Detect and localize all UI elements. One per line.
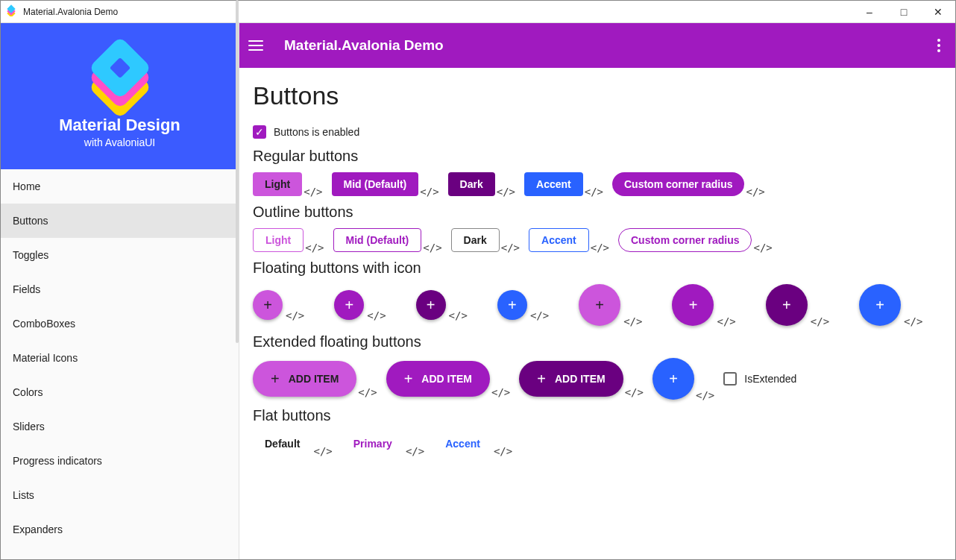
- plus-icon: +: [689, 298, 698, 312]
- ext-fab-collapsed-accent[interactable]: +: [652, 358, 694, 400]
- outline-button-accent[interactable]: Accent: [529, 228, 589, 252]
- sidebar-item-material-icons[interactable]: Material Icons: [1, 341, 239, 375]
- code-icon[interactable]: </>: [591, 242, 609, 254]
- fab-accent[interactable]: +: [497, 290, 527, 320]
- sidebar-item-toggles[interactable]: Toggles: [1, 238, 239, 272]
- sidebar-item-expanders[interactable]: Expanders: [1, 512, 239, 547]
- plus-icon: +: [595, 298, 604, 312]
- code-icon[interactable]: </>: [305, 242, 324, 254]
- plus-icon: +: [782, 298, 791, 312]
- logo: [90, 45, 150, 105]
- ext-fab-light[interactable]: +ADD ITEM: [253, 361, 356, 397]
- app-window: Material.Avalonia Demo – □ ✕ Material De…: [0, 0, 956, 560]
- sidebar-item-lists[interactable]: Lists: [1, 478, 239, 512]
- plus-icon: +: [404, 371, 413, 386]
- section-floating: Floating buttons with icon: [253, 259, 942, 277]
- enable-checkbox-label: Buttons is enabled: [274, 126, 359, 138]
- code-icon[interactable]: </>: [623, 315, 642, 327]
- sidebar-subtitle: with AvaloniaUI: [8, 136, 231, 148]
- flat-button-accent[interactable]: Accent: [433, 432, 492, 456]
- maximize-button[interactable]: □: [887, 1, 921, 23]
- code-icon[interactable]: </>: [811, 315, 829, 327]
- flat-button-primary[interactable]: Primary: [342, 432, 404, 456]
- section-outline: Outline buttons: [253, 204, 942, 221]
- app-icon: [7, 4, 19, 19]
- code-icon[interactable]: </>: [420, 186, 438, 198]
- window-title: Material.Avalonia Demo: [23, 7, 118, 17]
- code-icon[interactable]: </>: [717, 315, 735, 327]
- checkbox-checked-icon[interactable]: ✓: [253, 125, 266, 139]
- appbar-title: Material.Avalonia Demo: [284, 37, 444, 54]
- plus-icon: +: [537, 371, 546, 386]
- code-icon[interactable]: </>: [423, 242, 441, 254]
- code-icon[interactable]: </>: [696, 389, 714, 401]
- main-area: Material.Avalonia Demo Buttons ✓ Buttons…: [239, 23, 955, 559]
- code-icon[interactable]: </>: [449, 309, 468, 321]
- is-extended-checkbox[interactable]: IsExtended: [723, 372, 796, 386]
- plus-icon: +: [508, 298, 517, 312]
- button-accent[interactable]: Accent: [524, 172, 583, 196]
- fab-big-accent[interactable]: +: [859, 284, 901, 326]
- flat-button-default[interactable]: Default: [253, 432, 312, 456]
- plus-icon: +: [345, 298, 353, 312]
- code-icon[interactable]: </>: [753, 242, 772, 254]
- sidebar-item-fields[interactable]: Fields: [1, 272, 239, 306]
- code-icon[interactable]: </>: [406, 445, 424, 457]
- ext-fab-dark[interactable]: +ADD ITEM: [519, 361, 623, 397]
- plus-icon: +: [875, 298, 884, 312]
- button-mid[interactable]: Mid (Default): [332, 172, 419, 196]
- sidebar-item-colors[interactable]: Colors: [1, 375, 239, 409]
- code-icon[interactable]: </>: [313, 445, 332, 457]
- sidebar-item-buttons[interactable]: Buttons: [1, 204, 239, 238]
- sidebar-header: Material Design with AvaloniaUI: [1, 23, 239, 169]
- code-icon[interactable]: </>: [746, 186, 764, 198]
- outline-button-light[interactable]: Light: [253, 228, 304, 252]
- code-icon[interactable]: </>: [501, 242, 520, 254]
- code-icon[interactable]: </>: [494, 445, 512, 457]
- appbar: Material.Avalonia Demo: [239, 23, 955, 68]
- button-dark[interactable]: Dark: [448, 172, 495, 196]
- outline-button-custom[interactable]: Custom corner radius: [618, 228, 752, 252]
- code-icon[interactable]: </>: [497, 186, 515, 198]
- sidebar-item-home[interactable]: Home: [1, 169, 239, 204]
- menu-icon[interactable]: [248, 35, 269, 56]
- fab-dark[interactable]: +: [416, 290, 446, 320]
- ext-fab-mid[interactable]: +ADD ITEM: [386, 361, 490, 397]
- outline-button-mid[interactable]: Mid (Default): [333, 228, 422, 252]
- section-regular: Regular buttons: [253, 148, 942, 165]
- enable-checkbox-row[interactable]: ✓ Buttons is enabled: [253, 125, 942, 139]
- sidebar-scrollbar[interactable]: [236, 23, 239, 343]
- fab-big-mid[interactable]: +: [672, 284, 714, 326]
- sidebar-item-sliders[interactable]: Sliders: [1, 409, 239, 444]
- close-button[interactable]: ✕: [921, 1, 955, 23]
- code-icon[interactable]: </>: [625, 386, 644, 398]
- section-flat: Flat buttons: [253, 407, 942, 424]
- fab-light[interactable]: +: [253, 290, 283, 320]
- fab-mid[interactable]: +: [334, 290, 364, 320]
- body-area: Material Design with AvaloniaUI HomeButt…: [1, 23, 955, 559]
- plus-icon: +: [427, 298, 435, 312]
- extended-fab-row: +ADD ITEM</> +ADD ITEM</> +ADD ITEM</> +…: [253, 358, 942, 400]
- button-light[interactable]: Light: [253, 172, 302, 196]
- outline-button-dark[interactable]: Dark: [451, 228, 500, 252]
- code-icon[interactable]: </>: [904, 315, 922, 327]
- minimize-button[interactable]: –: [852, 1, 887, 23]
- code-icon[interactable]: </>: [304, 186, 322, 198]
- code-icon[interactable]: </>: [530, 309, 549, 321]
- code-icon[interactable]: </>: [286, 309, 304, 321]
- fab-big-light[interactable]: +: [579, 284, 620, 326]
- code-icon[interactable]: </>: [491, 386, 510, 398]
- checkbox-unchecked-icon[interactable]: [723, 372, 737, 386]
- button-custom-radius[interactable]: Custom corner radius: [612, 172, 744, 196]
- sidebar-item-comboboxes[interactable]: ComboBoxes: [1, 306, 239, 341]
- flat-button-row: Default</> Primary</> Accent</>: [253, 432, 942, 456]
- regular-button-row: Light</> Mid (Default)</> Dark</> Accent…: [253, 172, 942, 196]
- code-icon[interactable]: </>: [358, 386, 377, 398]
- section-extended: Extended floating buttons: [253, 333, 942, 350]
- fab-big-dark[interactable]: +: [766, 284, 808, 326]
- code-icon[interactable]: </>: [367, 309, 386, 321]
- sidebar-item-progress-indicators[interactable]: Progress indicators: [1, 444, 239, 478]
- content: Buttons ✓ Buttons is enabled Regular but…: [239, 68, 955, 559]
- code-icon[interactable]: </>: [585, 186, 603, 198]
- more-icon[interactable]: [931, 33, 946, 58]
